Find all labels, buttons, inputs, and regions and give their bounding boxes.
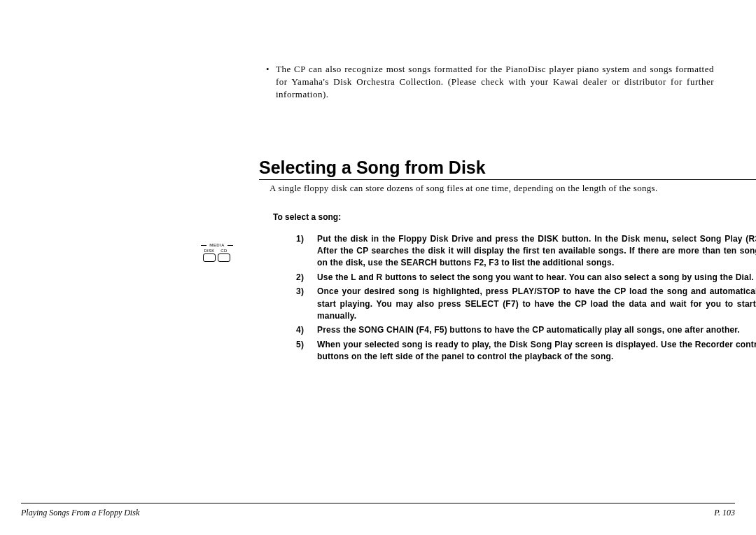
steps-subtitle: To select a song: — [273, 212, 714, 222]
disk-label: DISK — [204, 249, 214, 253]
step-item: Press the SONG CHAIN (F4, F5) buttons to… — [296, 324, 756, 336]
intro-note: The CP can also recognize most songs for… — [266, 63, 714, 102]
section-heading: Selecting a Song from Disk — [259, 158, 756, 180]
media-button-diagram: MEDIA DISK CD — [203, 243, 231, 262]
steps-list: Put the disk in the Floppy Disk Drive an… — [296, 233, 756, 363]
cd-button-icon — [218, 253, 230, 262]
page-footer: Playing Songs From a Floppy Disk P. 103 — [21, 503, 735, 518]
footer-section-title: Playing Songs From a Floppy Disk — [21, 508, 139, 518]
step-item: Put the disk in the Floppy Disk Drive an… — [296, 233, 756, 270]
media-group-label: MEDIA — [203, 243, 231, 247]
step-item: Once your desired song is highlighted, p… — [296, 286, 756, 322]
section-description: A single floppy disk can store dozens of… — [270, 183, 714, 194]
footer-page-number: P. 103 — [714, 508, 735, 518]
cd-label: CD — [220, 249, 227, 253]
step-item: Use the L and R buttons to select the so… — [296, 272, 756, 284]
disk-button-icon — [203, 253, 216, 262]
step-item: When your selected song is ready to play… — [296, 339, 756, 363]
